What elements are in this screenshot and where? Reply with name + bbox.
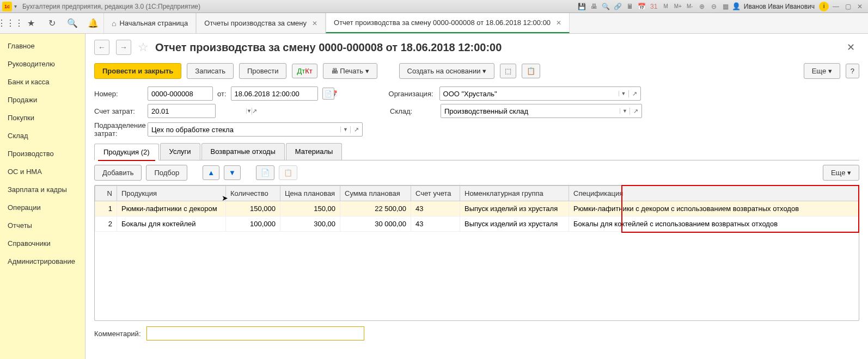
col-spec[interactable]: Спецификация <box>569 186 859 201</box>
print-icon[interactable]: 🖶 <box>589 2 599 11</box>
close-document-icon[interactable]: ✕ <box>842 39 859 55</box>
post-and-close-button[interactable]: Провести и закрыть <box>94 63 181 79</box>
m-icon[interactable]: M <box>661 2 671 11</box>
favorite-icon[interactable]: ★ <box>21 13 41 33</box>
open-ref-icon[interactable]: ↗ <box>252 108 257 115</box>
table-row[interactable]: 1 Рюмки-лафитники с декором 150,000 150,… <box>95 201 859 216</box>
zoom-in-icon[interactable]: ⊕ <box>697 2 707 11</box>
calc-icon[interactable]: 🖩 <box>625 2 635 11</box>
col-nom-group[interactable]: Номенклатурная группа <box>460 186 569 201</box>
create-based-button[interactable]: Создать на основании ▾ <box>399 63 495 79</box>
open-ref-icon[interactable]: ↗ <box>350 126 362 133</box>
cost-account-input[interactable]: ▼ ↗ <box>148 104 216 118</box>
col-product[interactable]: Продукция <box>117 186 226 201</box>
tab-reports-list[interactable]: Отчеты производства за смену ✕ <box>196 13 326 33</box>
dept-label: Подразделение затрат: <box>94 121 143 138</box>
warehouse-label: Склад: <box>390 107 436 115</box>
dept-input[interactable]: ▼ ↗ <box>148 122 363 137</box>
open-ref-icon[interactable]: ↗ <box>628 90 640 97</box>
col-n[interactable]: N <box>95 186 117 201</box>
sidebar-item-salary[interactable]: Зарплата и кадры <box>0 181 85 199</box>
save-icon[interactable]: 💾 <box>577 2 587 11</box>
close-tab-icon[interactable]: ✕ <box>312 20 317 27</box>
sidebar-item-bank[interactable]: Банк и касса <box>0 73 85 91</box>
open-ref-icon[interactable]: ↗ <box>629 108 641 115</box>
dropdown-icon[interactable]: ▼ <box>620 108 629 114</box>
sidebar-item-warehouse[interactable]: Склад <box>0 127 85 145</box>
sidebar-item-main[interactable]: Главное <box>0 37 85 55</box>
structure-button[interactable]: ⬚ <box>500 64 516 78</box>
col-account[interactable]: Счет учета <box>411 186 460 201</box>
app-menu-arrow[interactable]: ▾ <box>14 3 17 9</box>
history-icon[interactable]: ↻ <box>41 13 62 33</box>
search-toolbar-icon[interactable]: 🔍 <box>62 13 83 33</box>
sidebar-item-production[interactable]: Производство <box>0 145 85 163</box>
info-icon[interactable]: i <box>819 2 829 11</box>
products-table: N Продукция Количество Цена плановая Сум… <box>94 185 859 321</box>
warehouse-input[interactable]: ▼ ↗ <box>441 104 642 118</box>
tab-services[interactable]: Услуги <box>160 143 200 160</box>
comment-input[interactable] <box>146 326 364 341</box>
nav-forward-button[interactable]: → <box>116 40 131 55</box>
doc-status-icon[interactable]: 📄 <box>322 88 334 100</box>
help-button[interactable]: ? <box>846 64 859 78</box>
copy-button[interactable]: 📄 <box>256 165 274 180</box>
save-button[interactable]: Записать <box>187 63 234 79</box>
tab-returns[interactable]: Возвратные отходы <box>201 143 285 160</box>
sidebar-item-purchases[interactable]: Покупки <box>0 109 85 127</box>
doc-tabs: Продукция (2) Услуги Возвратные отходы М… <box>94 143 859 160</box>
more-button[interactable]: Еще ▾ <box>804 63 840 79</box>
m-plus-icon[interactable]: M+ <box>673 2 683 11</box>
grid-icon[interactable]: ▦ <box>721 2 731 11</box>
sidebar-item-assets[interactable]: ОС и НМА <box>0 163 85 181</box>
nav-back-button[interactable]: ← <box>94 40 109 55</box>
tab-materials[interactable]: Материалы <box>286 143 343 160</box>
sidebar-item-operations[interactable]: Операции <box>0 199 85 216</box>
sidebar-item-manager[interactable]: Руководителю <box>0 55 85 73</box>
org-label: Организация: <box>389 90 435 98</box>
paste-button[interactable]: 📋 <box>279 165 297 180</box>
favorite-star-icon[interactable]: ☆ <box>138 40 149 54</box>
table-more-button[interactable]: Еще ▾ <box>823 165 859 181</box>
dt-kt-button[interactable]: ДтКт <box>292 64 317 78</box>
col-sum[interactable]: Сумма плановая <box>340 186 411 201</box>
search-icon[interactable]: 🔍 <box>601 2 611 11</box>
tab-current-doc[interactable]: Отчет производства за смену 0000-000008 … <box>326 13 570 33</box>
close-window-icon[interactable]: ✕ <box>855 2 865 11</box>
post-button[interactable]: Провести <box>239 63 287 79</box>
related-button[interactable]: 📋 <box>522 64 540 78</box>
m-minus-icon[interactable]: M- <box>685 2 695 11</box>
main-toolbar: ⋮⋮⋮ ★ ↻ 🔍 🔔 ⌂ Начальная страница Отчеты … <box>0 13 868 34</box>
col-qty[interactable]: Количество <box>226 186 280 201</box>
zoom-out-icon[interactable]: ⊖ <box>709 2 719 11</box>
calendar-icon[interactable]: 📅 <box>637 2 647 11</box>
dropdown-icon[interactable]: ▼ <box>619 91 628 96</box>
sidebar-item-sales[interactable]: Продажи <box>0 91 85 109</box>
tab-home[interactable]: ⌂ Начальная страница <box>103 13 196 33</box>
col-price[interactable]: Цена плановая <box>280 186 340 201</box>
move-down-button[interactable]: ▼ <box>224 165 241 180</box>
sidebar-item-catalogs[interactable]: Справочники <box>0 234 85 252</box>
bell-icon[interactable]: 🔔 <box>83 13 103 33</box>
date-input[interactable]: 📅 <box>231 86 318 101</box>
table-row[interactable]: 2 Бокалы для коктейлей 100,000 300,00 30… <box>95 216 859 232</box>
number-input[interactable] <box>148 86 213 101</box>
sidebar-item-reports[interactable]: Отчеты <box>0 216 85 234</box>
dropdown-icon[interactable]: ▼ <box>340 127 350 132</box>
apps-icon[interactable]: ⋮⋮⋮ <box>0 13 21 33</box>
dropdown-icon[interactable]: ▼ <box>246 108 252 114</box>
org-input[interactable]: ▼ ↗ <box>439 86 641 101</box>
add-row-button[interactable]: Добавить <box>94 165 142 181</box>
move-up-button[interactable]: ▲ <box>203 165 219 180</box>
link-icon[interactable]: 🔗 <box>613 2 623 11</box>
pick-button[interactable]: Подбор <box>146 165 187 181</box>
tab-products[interactable]: Продукция (2) <box>94 144 159 160</box>
sidebar-item-admin[interactable]: Администрирование <box>0 252 85 270</box>
maximize-icon[interactable]: ▢ <box>843 2 853 11</box>
date-icon[interactable]: 31 <box>649 2 659 11</box>
print-button[interactable]: 🖶 Печать ▾ <box>323 63 377 79</box>
close-tab-icon[interactable]: ✕ <box>556 19 561 27</box>
document-title: Отчет производства за смену 0000-000008 … <box>155 41 502 54</box>
minimize-icon[interactable]: — <box>831 2 841 11</box>
cost-account-label: Счет затрат: <box>94 107 143 115</box>
